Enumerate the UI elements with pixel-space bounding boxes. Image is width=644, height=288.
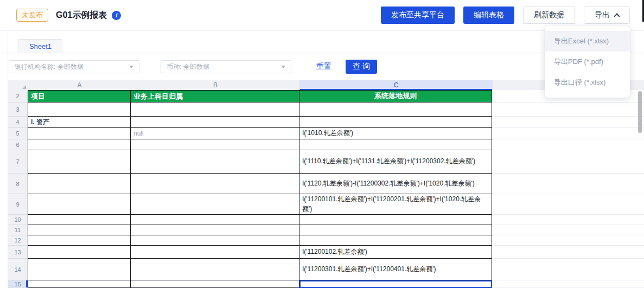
table-row: 9I('11200101.轧差余额')+I('11200201.轧差余额')+I… (8, 194, 644, 215)
cell-C2[interactable]: 系统落地规则 (299, 90, 492, 103)
currency-filter-select[interactable]: 币种: 全部数据 (161, 60, 291, 73)
cell-B6[interactable] (131, 139, 299, 150)
cell-C4[interactable] (299, 117, 492, 128)
menu-item-export-pdf[interactable]: 导出PDF (*.pdf) (545, 52, 630, 72)
cell-B5[interactable]: null (131, 128, 299, 139)
row-header-8[interactable]: 8 (8, 174, 28, 194)
row-header-15[interactable]: 15 (8, 280, 28, 288)
row-header-6[interactable]: 6 (8, 139, 28, 150)
cell-B11[interactable] (131, 225, 299, 235)
table-row: 3 (8, 103, 644, 117)
column-header-c[interactable]: C (299, 80, 492, 90)
empty-area (492, 225, 644, 235)
cell-A6[interactable] (28, 139, 131, 150)
empty-area (492, 235, 644, 246)
bank-filter-select[interactable]: 银行机构名称: 全部数据 (9, 60, 139, 73)
cell-C14[interactable]: I('11200301.轧差余额')+I('11200401.轧差余额') (299, 259, 492, 280)
cell-B15[interactable] (131, 280, 299, 288)
empty-area (492, 280, 644, 288)
table-row: 5nullI('1010.轧差余额') (8, 128, 644, 139)
empty-area (492, 194, 644, 215)
cell-C11[interactable] (299, 225, 492, 235)
row-header-14[interactable]: 14 (8, 259, 28, 280)
page-title: G01示例报表 (56, 10, 107, 21)
table-row: 7I('1110.轧差余额')+I('1131.轧差余额')+I('112003… (8, 150, 644, 174)
export-button-label: 导出 (595, 10, 610, 20)
cell-A3[interactable] (28, 103, 131, 117)
table-row: 15 (8, 280, 644, 288)
refresh-data-button[interactable]: 刷新数据 (523, 7, 575, 24)
table-row: 12 (8, 235, 644, 246)
publish-button[interactable]: 发布至共享平台 (381, 7, 455, 24)
query-button[interactable]: 查 询 (346, 60, 377, 74)
cell-C13[interactable]: I('11200102.轧差余额') (299, 246, 492, 259)
cell-B12[interactable] (131, 235, 299, 246)
cell-B4[interactable] (131, 117, 299, 128)
empty-area (492, 150, 644, 174)
cell-A15[interactable] (28, 280, 131, 288)
cell-A14[interactable] (28, 259, 131, 280)
cell-A11[interactable] (28, 225, 131, 235)
cell-C9[interactable]: I('11200101.轧差余额')+I('11200201.轧差余额')+I(… (299, 194, 492, 215)
cell-C15[interactable] (299, 280, 492, 288)
cell-C3[interactable] (299, 103, 492, 117)
info-icon[interactable]: i (112, 11, 121, 20)
menu-item-export-caliber[interactable]: 导出口径 (*.xlsx) (545, 72, 630, 93)
cell-B10[interactable] (131, 215, 299, 225)
empty-area (492, 174, 644, 194)
cell-B7[interactable] (131, 150, 299, 174)
row-header-12[interactable]: 12 (8, 235, 28, 246)
cell-B14[interactable] (131, 259, 299, 280)
table-row: 14I('11200301.轧差余额')+I('11200401.轧差余额') (8, 259, 644, 280)
cell-A4[interactable]: I. 资产 (28, 117, 131, 128)
row-header-5[interactable]: 5 (8, 128, 28, 139)
cell-B8[interactable] (131, 174, 299, 194)
cell-A12[interactable] (28, 235, 131, 246)
cell-B3[interactable] (131, 103, 299, 117)
cell-B13[interactable] (131, 246, 299, 259)
table-row: 6 (8, 139, 644, 150)
menu-item-export-excel[interactable]: 导出Excel (*.xlsx) (545, 31, 630, 52)
cell-A10[interactable] (28, 215, 131, 225)
edit-table-button[interactable]: 编辑表格 (463, 7, 514, 24)
panel-divider (8, 0, 8, 288)
cell-C6[interactable] (299, 139, 492, 150)
cell-A7[interactable] (28, 150, 131, 174)
cell-C12[interactable] (299, 235, 492, 246)
tab-sheet1[interactable]: Sheet1 (18, 39, 62, 53)
empty-area (492, 139, 644, 150)
column-header-a[interactable]: A (28, 80, 131, 90)
cell-C8[interactable]: I('1120.轧差余额')-I('11200302.轧差余额')+I('102… (299, 174, 492, 194)
caret-down-icon (281, 66, 285, 68)
cell-A5[interactable] (28, 128, 131, 139)
cell-C10[interactable] (299, 215, 492, 225)
empty-area (492, 246, 644, 259)
export-button[interactable]: 导出 (584, 7, 630, 24)
cell-C5[interactable]: I('1010.轧差余额') (299, 128, 492, 139)
cell-B2[interactable]: 业务上科目归属 (131, 90, 299, 103)
row-header-3[interactable]: 3 (8, 103, 28, 117)
row-header-13[interactable]: 13 (8, 246, 28, 259)
row-header-9[interactable]: 9 (8, 194, 28, 215)
empty-area (492, 215, 644, 225)
column-header-b[interactable]: B (131, 80, 299, 90)
row-header-10[interactable]: 10 (8, 215, 28, 225)
cell-A8[interactable] (28, 174, 131, 194)
vertical-scrollbar[interactable] (638, 91, 642, 133)
cell-A9[interactable] (28, 194, 131, 215)
sheet-body: 2项目业务上科目归属系统落地规则34I. 资产5nullI('1010.轧差余额… (8, 90, 644, 288)
select-all-corner[interactable] (8, 80, 28, 90)
row-header-7[interactable]: 7 (8, 150, 28, 174)
empty-area (492, 128, 644, 139)
cell-C7[interactable]: I('1110.轧差余额')+I('1131.轧差余额')+I('1120030… (299, 150, 492, 174)
cell-B9[interactable] (131, 194, 299, 215)
row-header-4[interactable]: 4 (8, 117, 28, 128)
cell-A2[interactable]: 项目 (28, 90, 131, 103)
reset-link[interactable]: 重置 (316, 62, 331, 72)
row-header-2[interactable]: 2 (8, 90, 28, 103)
status-badge: 未发布 (16, 9, 48, 22)
row-header-11[interactable]: 11 (8, 225, 28, 235)
table-row: 11 (8, 225, 644, 235)
currency-filter-value: 币种: 全部数据 (167, 62, 209, 72)
cell-A13[interactable] (28, 246, 131, 259)
